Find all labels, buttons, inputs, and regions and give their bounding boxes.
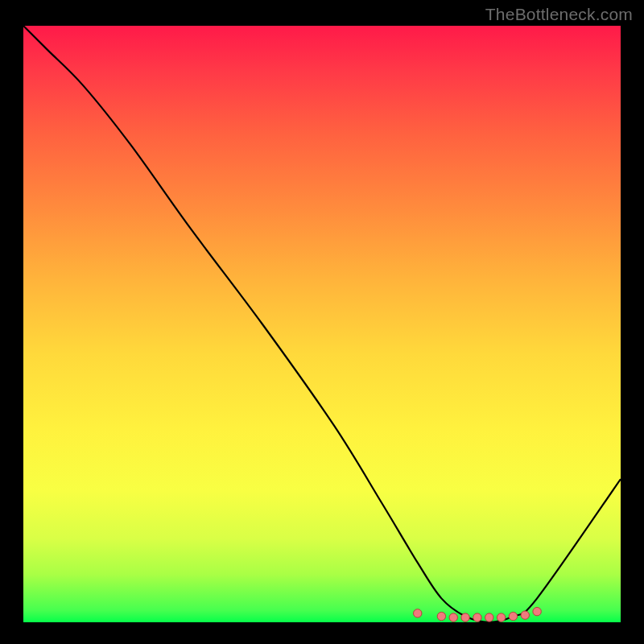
marker-dot [473, 613, 481, 621]
marker-group [414, 607, 542, 621]
marker-dot [509, 612, 517, 620]
marker-dot [497, 613, 505, 621]
marker-dot [414, 609, 422, 617]
marker-dot [485, 613, 493, 621]
marker-dot [437, 612, 445, 620]
chart-area [23, 26, 621, 622]
marker-dot [461, 613, 469, 621]
attribution-text: TheBottleneck.com [485, 5, 633, 24]
marker-dot [521, 611, 529, 619]
bottleneck-curve [23, 26, 621, 622]
marker-dot [449, 613, 457, 621]
marker-dot [533, 607, 541, 615]
